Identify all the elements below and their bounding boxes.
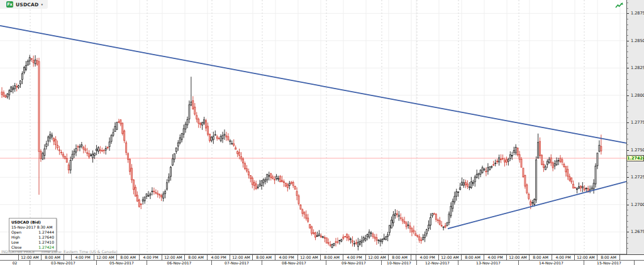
candle-body bbox=[259, 184, 260, 186]
candle-body bbox=[493, 165, 494, 165]
candle-body bbox=[357, 242, 358, 247]
candle-body bbox=[116, 122, 118, 129]
candle-body bbox=[161, 196, 162, 197]
candle-body bbox=[287, 185, 288, 188]
candle-body bbox=[378, 240, 379, 241]
time-cell: 4:00 PM bbox=[484, 255, 507, 260]
candle-body bbox=[230, 141, 231, 141]
candle-body bbox=[593, 183, 594, 189]
time-tick-row: 12:00 AM8:00 AM4:00 PM12:00 AM8:00 AM4:0… bbox=[0, 254, 644, 260]
candle-body bbox=[52, 135, 53, 137]
date-cell: 02 bbox=[0, 261, 30, 265]
candle-body bbox=[130, 160, 131, 171]
price-axis-minor-tick bbox=[627, 46, 628, 46]
price-axis-minor-tick bbox=[627, 237, 628, 238]
candle-body bbox=[408, 225, 409, 225]
candle-body bbox=[365, 238, 366, 240]
price-axis[interactable]: 1.287501.285001.282501.280001.277501.275… bbox=[626, 0, 644, 254]
ohlc-value: 1.27410 bbox=[38, 240, 54, 244]
candle-body bbox=[36, 60, 38, 64]
time-cell: 12:00 AM bbox=[298, 255, 321, 260]
price-axis-label: 1.27750 bbox=[631, 120, 644, 125]
candle-body bbox=[396, 214, 397, 214]
candle-body bbox=[530, 202, 531, 205]
price-axis-minor-tick bbox=[627, 73, 628, 74]
candle-body bbox=[458, 192, 459, 192]
candle-body bbox=[118, 122, 119, 122]
candle-body bbox=[587, 188, 589, 192]
candle-body bbox=[167, 183, 168, 189]
price-axis-minor-tick bbox=[627, 90, 628, 90]
candle-body bbox=[515, 148, 516, 153]
candle-body bbox=[172, 159, 173, 165]
candle-body bbox=[83, 147, 84, 149]
candle-body bbox=[72, 154, 73, 159]
candle-body bbox=[586, 188, 587, 188]
price-axis-major-tick bbox=[627, 68, 629, 68]
candle-body bbox=[554, 164, 555, 166]
candle-body bbox=[144, 197, 145, 201]
candle-body bbox=[426, 230, 428, 234]
price-axis-label: 1.28000 bbox=[631, 93, 644, 98]
candle-body bbox=[333, 244, 335, 246]
candle-body bbox=[3, 93, 4, 96]
candle-body bbox=[87, 153, 88, 153]
candle-body bbox=[169, 177, 170, 181]
candle-body bbox=[68, 165, 69, 170]
candle-body bbox=[584, 188, 585, 190]
candle-body bbox=[75, 148, 77, 152]
candle-body bbox=[62, 154, 64, 156]
price-axis-minor-tick bbox=[627, 8, 628, 9]
price-axis-minor-tick bbox=[627, 183, 628, 183]
price-axis-major-tick bbox=[627, 122, 629, 123]
candle-body bbox=[380, 241, 381, 242]
candle-body bbox=[526, 185, 528, 193]
candle-body bbox=[113, 132, 114, 136]
candle-body bbox=[304, 212, 305, 214]
candle-body bbox=[391, 220, 392, 228]
candle-body bbox=[79, 146, 80, 147]
candle-body bbox=[367, 234, 368, 237]
date-cell: 12-Nov-2017 bbox=[417, 261, 458, 265]
candle-body bbox=[222, 136, 223, 139]
symbol-selector[interactable]: Fx USDCAD ▾ bbox=[0, 0, 48, 9]
candle-body bbox=[517, 148, 518, 155]
candle-body bbox=[214, 135, 216, 136]
candle-body bbox=[419, 237, 420, 240]
chevron-down-icon[interactable]: ▾ bbox=[41, 3, 43, 6]
fx-badge-icon: Fx bbox=[6, 1, 13, 8]
candle-body bbox=[311, 227, 313, 234]
price-axis-minor-tick bbox=[627, 172, 628, 173]
candle-body bbox=[53, 138, 55, 141]
symbol-label: USDCAD bbox=[16, 2, 38, 8]
candle-body bbox=[38, 62, 40, 151]
candle-body bbox=[328, 242, 329, 243]
candle-body bbox=[48, 137, 49, 141]
candle-body bbox=[369, 232, 370, 237]
candle-body bbox=[501, 159, 502, 160]
candle-body bbox=[101, 151, 103, 151]
date-cell: 09-Nov-2017 bbox=[326, 261, 382, 265]
candle-body bbox=[423, 237, 424, 240]
candle-body bbox=[398, 215, 399, 217]
time-axis[interactable]: 12:00 AM8:00 AM4:00 PM12:00 AM8:00 AM4:0… bbox=[0, 254, 644, 265]
date-cell: 15-Nov-2017 bbox=[584, 261, 635, 265]
current-price-badge: 1.27424 bbox=[626, 155, 644, 161]
candle-body bbox=[16, 87, 18, 87]
price-axis-minor-tick bbox=[627, 134, 628, 134]
candle-body bbox=[131, 168, 133, 180]
candle-body bbox=[136, 195, 138, 201]
candle-body bbox=[257, 187, 258, 188]
trend-up-icon[interactable] bbox=[615, 2, 623, 9]
trendline-lower-support[interactable] bbox=[448, 181, 626, 229]
candle-body bbox=[57, 145, 58, 148]
plot-area[interactable] bbox=[0, 0, 626, 255]
candle-body bbox=[85, 149, 86, 150]
candle-body bbox=[92, 154, 94, 158]
trendline-upper-resistance[interactable] bbox=[0, 26, 626, 143]
candle-body bbox=[263, 180, 264, 183]
trading-chart-window: Fx USDCAD ▾ 1.287501.285001.282501.28000… bbox=[0, 0, 644, 265]
candle-body bbox=[452, 201, 453, 208]
candle-body bbox=[152, 191, 153, 192]
candle-body bbox=[177, 143, 179, 146]
